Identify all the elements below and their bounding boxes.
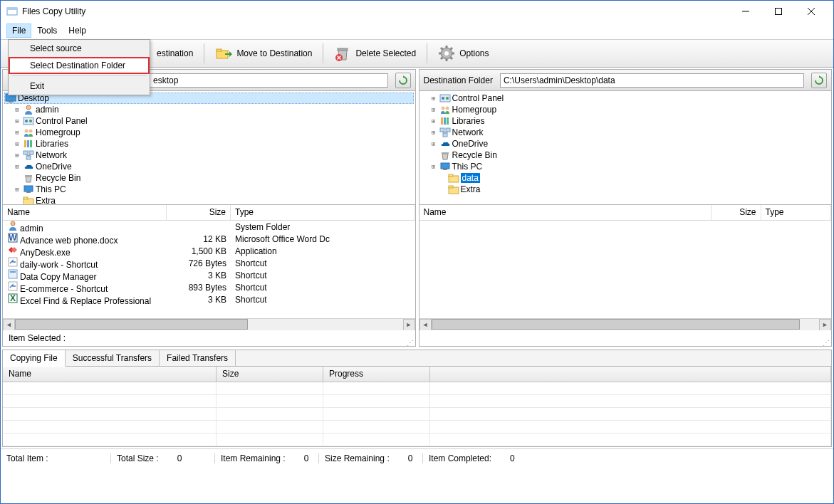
expander-icon[interactable]: ⊞ — [13, 152, 21, 159]
tree-item-onedrive[interactable]: ⊞OneDrive — [421, 138, 830, 149]
network-icon — [23, 149, 34, 161]
expander-icon[interactable]: ⊞ — [429, 140, 438, 147]
tree-item-recycle-bin[interactable]: Recycle Bin — [4, 172, 414, 184]
h-scrollbar[interactable]: ◄► — [419, 318, 832, 330]
expander-icon[interactable]: ⊞ — [429, 117, 438, 125]
shortcut-icon — [7, 280, 19, 292]
menu-help[interactable]: Help — [63, 23, 92, 38]
tree-item-this-pc[interactable]: ⊞This PC — [421, 161, 830, 172]
gear-icon — [438, 45, 455, 62]
expander-icon[interactable]: ⊞ — [13, 163, 21, 170]
tree-item-network[interactable]: ⊞Network — [4, 149, 414, 161]
expander-icon[interactable]: ⊞ — [13, 129, 21, 136]
expander-icon[interactable]: ⊞ — [429, 163, 438, 170]
source-tree[interactable]: Desktop ⊞admin⊞Control Panel⊞Homegroup⊞L… — [3, 91, 415, 205]
tree-item-onedrive[interactable]: ⊞OneDrive — [4, 161, 414, 172]
tab-failed[interactable]: Failed Transfers — [160, 350, 236, 366]
col-size[interactable]: Size — [167, 205, 231, 220]
destination-pane: Destination Folder ⊞Control Panel⊞Homegr… — [419, 69, 833, 347]
expander-icon[interactable]: ⊞ — [13, 186, 21, 193]
maximize-button[interactable] — [762, 1, 795, 22]
tree-item-libraries[interactable]: ⊞Libraries — [4, 138, 414, 149]
col-name[interactable]: Name — [3, 205, 167, 220]
file-row[interactable]: Data Copy Manager3 KBShortcut — [3, 269, 415, 281]
tree-item-extra[interactable]: Extra — [421, 184, 830, 195]
gcol-progress[interactable]: Progress — [323, 367, 430, 382]
minimize-button[interactable] — [729, 1, 762, 22]
svg-line-19 — [450, 57, 452, 59]
menu-select-source[interactable]: Select source — [9, 40, 150, 57]
gcol-name[interactable]: Name — [3, 367, 217, 382]
file-row[interactable]: E-commerce - Shortcut893 BytesShortcut — [3, 281, 415, 293]
destination-tree[interactable]: ⊞Control Panel⊞Homegroup⊞Libraries⊞Netwo… — [419, 91, 832, 205]
col-size[interactable]: Size — [711, 205, 761, 220]
tree-item-control-panel[interactable]: ⊞Control Panel — [421, 93, 830, 104]
thispc-icon — [23, 184, 34, 195]
tree-item-recycle-bin[interactable]: Recycle Bin — [421, 149, 830, 161]
expander-icon[interactable]: ⊞ — [429, 106, 438, 113]
tree-item-data[interactable]: data — [421, 172, 830, 184]
tree-item-admin[interactable]: ⊞admin — [4, 104, 414, 115]
file-row[interactable]: daily-work - Shortcut726 BytesShortcut — [3, 257, 415, 269]
menu-file[interactable]: File — [6, 23, 31, 38]
col-type[interactable]: Type — [231, 205, 415, 220]
resize-grip[interactable] — [407, 337, 414, 345]
menu-select-destination[interactable]: Select Destination Folder — [9, 57, 150, 74]
svg-rect-71 — [449, 186, 453, 188]
svg-text:X: X — [10, 293, 16, 303]
tree-item-extra[interactable]: Extra — [4, 195, 414, 205]
copy-to-destination-button[interactable]: estination — [149, 45, 201, 62]
delete-selected-button[interactable]: Delete Selected — [326, 41, 424, 65]
svg-point-28 — [25, 130, 28, 133]
libraries-icon — [23, 138, 34, 149]
expander-icon[interactable]: ⊞ — [13, 117, 21, 125]
close-button[interactable] — [795, 1, 828, 22]
file-row[interactable]: WAdvance web phone.docx12 KBMicrosoft Of… — [3, 233, 415, 245]
svg-rect-65 — [442, 152, 449, 154]
onedrive-icon — [439, 138, 451, 149]
tab-copying[interactable]: Copying File — [3, 350, 66, 367]
trash-delete-icon — [334, 45, 351, 62]
source-path-input[interactable] — [150, 73, 388, 88]
refresh-destination-button[interactable] — [811, 73, 827, 88]
file-list-header[interactable]: Name Size Type — [419, 205, 832, 221]
user-icon — [7, 221, 19, 231]
svg-rect-48 — [10, 271, 16, 273]
options-button[interactable]: Options — [430, 41, 496, 65]
svg-rect-31 — [27, 140, 29, 147]
expander-icon[interactable]: ⊞ — [429, 95, 438, 102]
network-icon — [439, 127, 451, 138]
tree-item-this-pc[interactable]: ⊞This PC — [4, 184, 414, 195]
transfers-grid: Name Size Progress — [3, 367, 831, 446]
svg-point-56 — [445, 107, 449, 110]
tree-item-network[interactable]: ⊞Network — [421, 127, 830, 138]
file-row[interactable]: AnyDesk.exe1,500 KBApplication — [3, 245, 415, 257]
gcol-size[interactable]: Size — [217, 367, 323, 382]
resize-grip[interactable] — [823, 337, 830, 345]
svg-rect-69 — [449, 174, 453, 177]
tree-item-libraries[interactable]: ⊞Libraries — [421, 115, 830, 127]
file-row[interactable]: XExcel Find & Replace Professional3 KBSh… — [3, 293, 415, 305]
file-list-header[interactable]: Name Size Type — [3, 205, 415, 221]
svg-point-43 — [11, 221, 15, 226]
menu-exit[interactable]: Exit — [9, 78, 150, 95]
svg-point-27 — [29, 120, 32, 122]
expander-icon[interactable]: ⊞ — [13, 106, 21, 113]
refresh-icon — [398, 75, 408, 85]
expander-icon[interactable]: ⊞ — [429, 129, 438, 136]
tree-item-homegroup[interactable]: ⊞Homegroup — [421, 104, 830, 115]
tab-successful[interactable]: Successful Transfers — [66, 350, 160, 366]
col-type[interactable]: Type — [761, 205, 832, 220]
h-scrollbar[interactable]: ◄► — [3, 318, 415, 330]
move-to-destination-button[interactable]: Move to Destination — [207, 41, 320, 65]
svg-rect-47 — [9, 270, 17, 278]
expander-icon[interactable]: ⊞ — [13, 140, 21, 147]
menu-tools[interactable]: Tools — [31, 23, 63, 38]
tree-item-homegroup[interactable]: ⊞Homegroup — [4, 127, 414, 138]
destination-path-input[interactable] — [500, 73, 804, 88]
tree-item-control-panel[interactable]: ⊞Control Panel — [4, 115, 414, 127]
user-icon — [23, 104, 34, 115]
refresh-source-button[interactable] — [395, 73, 411, 88]
col-name[interactable]: Name — [419, 205, 711, 220]
file-row[interactable]: adminSystem Folder — [3, 221, 415, 233]
